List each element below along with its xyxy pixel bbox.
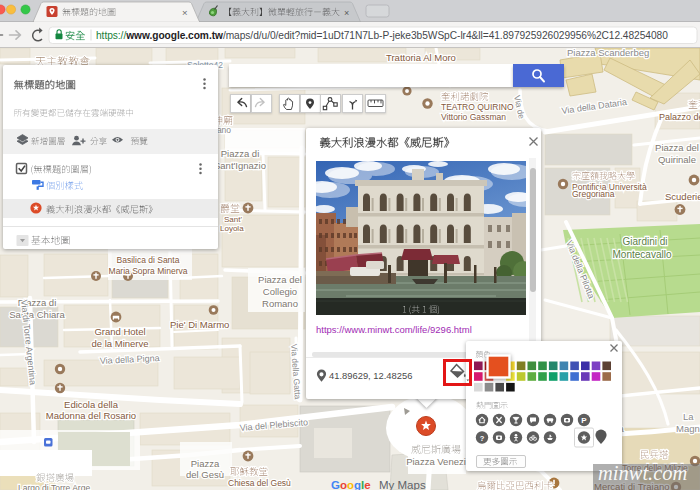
svg-text:Loyola: Loyola xyxy=(220,224,244,233)
svg-text:Grand Hotel: Grand Hotel xyxy=(94,326,145,337)
svg-text:Largo di Torre Arge: Largo di Torre Arge xyxy=(18,483,90,490)
svg-text:Maria Sopra Minerva: Maria Sopra Minerva xyxy=(109,266,188,276)
svg-text:Edicola della: Edicola della xyxy=(64,399,119,410)
svg-text:Collegio: Collegio xyxy=(263,286,297,297)
svg-text:del Gesù: del Gesù xyxy=(186,469,224,480)
svg-text:Magn: Magn xyxy=(676,423,700,434)
svg-text:Chiesa del Gesù: Chiesa del Gesù xyxy=(228,478,291,488)
svg-text:Vittorio Gassman: Vittorio Gassman xyxy=(441,112,506,122)
svg-text:TEATRO QUIRINO: TEATRO QUIRINO xyxy=(441,102,514,112)
svg-text:Romano: Romano xyxy=(262,298,298,309)
svg-text:Quirinale: Quirinale xyxy=(658,154,696,165)
svg-text:Trattoria Al Moro: Trattoria Al Moro xyxy=(386,52,456,63)
svg-text:La: La xyxy=(683,411,694,422)
svg-text:Sant'Ignazio: Sant'Ignazio xyxy=(214,160,266,171)
svg-text:Piazza di: Piazza di xyxy=(221,148,260,159)
svg-text:Palazzo del: Palazzo del xyxy=(659,112,700,122)
svg-text:Piazza Scanderbeg: Piazza Scanderbeg xyxy=(567,47,649,58)
svg-text:Google: Google xyxy=(331,479,371,490)
svg-text:Piazza: Piazza xyxy=(191,458,220,469)
svg-text:Piazza Venezi: Piazza Venezi xyxy=(406,456,466,467)
svg-text:×: × xyxy=(344,8,349,18)
svg-text:Pie' Di Marmo: Pie' Di Marmo xyxy=(170,319,229,330)
svg-text:Gregoriana: Gregoriana xyxy=(572,189,615,199)
svg-text:de la Minerve: de la Minerve xyxy=(91,338,148,349)
svg-text:Madonna del Rosario: Madonna del Rosario xyxy=(46,410,136,421)
svg-text:Santa Chiara: Santa Chiara xyxy=(9,309,65,320)
svg-text:Montecavallo: Montecavallo xyxy=(613,249,672,260)
svg-text:My Maps: My Maps xyxy=(379,479,426,490)
svg-text:Sant': Sant' xyxy=(224,215,242,224)
svg-text:Basilica di Santa: Basilica di Santa xyxy=(117,255,180,265)
svg-text:Piazza del: Piazza del xyxy=(655,142,699,153)
svg-text:Piazza del: Piazza del xyxy=(258,274,302,285)
svg-text:Giardini di: Giardini di xyxy=(622,236,667,247)
svg-text:https://www.google.com.tw/maps: https://www.google.com.tw/maps/d/u/0/edi… xyxy=(96,30,668,41)
svg-text:×: × xyxy=(182,7,188,18)
svg-text:Scuderie: Scuderie xyxy=(665,191,700,202)
